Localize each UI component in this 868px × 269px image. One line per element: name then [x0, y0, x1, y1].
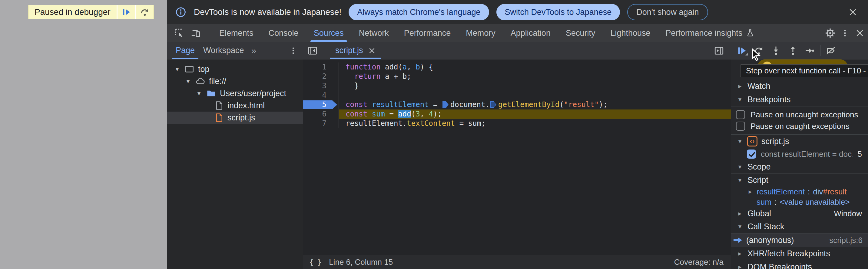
cloud-icon: [195, 76, 205, 86]
deactivate-breakpoints-icon: [826, 46, 836, 56]
expand-triangle[interactable]: ▾: [174, 65, 181, 73]
global-scope-value: Window: [834, 209, 862, 218]
always-match-language-button[interactable]: Always match Chrome's language: [349, 4, 489, 20]
close-devtools-button[interactable]: [851, 24, 868, 42]
navigator-tab-bar: Page Workspace »: [167, 42, 303, 59]
step-out-button[interactable]: [784, 42, 801, 59]
breakpoint-file-group[interactable]: ▾ ‹› script.js: [731, 135, 868, 148]
step-button[interactable]: [801, 42, 818, 59]
collapse-debugger-button[interactable]: [710, 42, 728, 59]
dont-show-again-button[interactable]: Don't show again: [627, 4, 708, 20]
gutter-line-number[interactable]: 1: [303, 62, 339, 72]
breakpoint-gutter[interactable]: 5: [303, 100, 339, 109]
tree-item-script-js[interactable]: script.js: [167, 112, 303, 124]
kebab-menu-icon: [289, 46, 298, 55]
resume-icon: [737, 46, 747, 56]
collapse-navigator-button[interactable]: [303, 46, 322, 56]
inline-breakpoint-marker-icon[interactable]: [442, 101, 448, 108]
tabbar-spacer: [762, 24, 814, 42]
breakpoint-entry[interactable]: const resultElement = doc… 5: [731, 148, 868, 160]
section-breakpoints[interactable]: ▾ Breakpoints: [731, 93, 868, 106]
gutter-line-number[interactable]: 6: [303, 109, 339, 119]
tree-item-file-protocol[interactable]: ▾ file://: [167, 75, 303, 87]
section-watch[interactable]: ▸ Watch: [731, 79, 868, 93]
navigator-more-options-button[interactable]: [289, 46, 298, 55]
scope-var-resultelement[interactable]: ▸ resultElement: div#result: [731, 187, 868, 197]
tab-performance-insights[interactable]: Performance insights: [658, 24, 762, 42]
more-tabs-chevrons[interactable]: »: [251, 46, 256, 56]
resume-script-execution-button[interactable]: [734, 42, 750, 59]
close-icon: [855, 28, 865, 38]
section-scope[interactable]: ▾ Scope: [731, 160, 868, 173]
infobar-close-button[interactable]: [848, 7, 858, 17]
tab-page[interactable]: Page: [172, 42, 199, 59]
code-text[interactable]: function add(a, b) {: [339, 62, 731, 72]
step-into-icon: [771, 46, 781, 56]
coverage-status[interactable]: Coverage: n/a: [674, 258, 723, 267]
step-over-icon: [140, 7, 150, 17]
resume-script-button[interactable]: [118, 5, 135, 19]
gear-icon: [825, 28, 836, 38]
gutter-line-number[interactable]: 3: [303, 81, 339, 91]
switch-to-japanese-button[interactable]: Switch DevTools to Japanese: [496, 4, 620, 20]
close-tab-icon[interactable]: [368, 47, 376, 55]
gutter-line-number[interactable]: 7: [303, 119, 339, 128]
settings-button[interactable]: [822, 24, 838, 42]
gutter-line-number[interactable]: 2: [303, 72, 339, 81]
kebab-menu-icon: [840, 28, 849, 37]
code-editor: script.js 1function add(a, b) {2 return …: [303, 42, 731, 269]
tab-application[interactable]: Application: [503, 24, 558, 42]
tree-item-project-folder[interactable]: ▾ Users/user/project: [167, 87, 303, 100]
paused-in-debugger-banner: Paused in debugger: [28, 5, 154, 19]
code-line: 6const sum = add(3, 4);: [303, 109, 731, 119]
tab-elements[interactable]: Elements: [212, 24, 261, 42]
mouse-cursor: [749, 48, 763, 62]
pause-caught-checkbox[interactable]: [736, 122, 745, 131]
tab-security[interactable]: Security: [558, 24, 603, 42]
section-dom-breakpoints[interactable]: ▸ DOM Breakpoints: [731, 260, 868, 269]
tab-workspace[interactable]: Workspace: [199, 42, 248, 59]
tree-item-top[interactable]: ▾ top: [167, 63, 303, 75]
section-xhr-breakpoints[interactable]: ▸ XHR/fetch Breakpoints: [731, 247, 868, 260]
code-text[interactable]: }: [339, 81, 731, 91]
tab-console[interactable]: Console: [261, 24, 306, 42]
tab-network[interactable]: Network: [351, 24, 397, 42]
pause-uncaught-checkbox[interactable]: [736, 110, 745, 119]
section-call-stack[interactable]: ▾ Call Stack: [731, 220, 868, 233]
code-text[interactable]: const resultElement = document.getElemen…: [339, 100, 731, 109]
expand-triangle[interactable]: ▾: [196, 90, 202, 97]
code-text[interactable]: const sum = add(3, 4);: [339, 109, 731, 119]
toggle-device-toolbar-button[interactable]: [188, 24, 204, 42]
screenshot-root: Paused in debugger: [0, 0, 868, 269]
scope-global-group[interactable]: ▸ Global Window: [731, 207, 868, 220]
cursor-position-label: Line 6, Column 15: [329, 258, 393, 267]
scope-script-group[interactable]: ▾ Script: [731, 174, 868, 187]
code-text[interactable]: [339, 91, 731, 100]
step-into-button[interactable]: [768, 42, 784, 59]
tab-sources[interactable]: Sources: [306, 24, 351, 42]
pretty-print-button[interactable]: { }: [309, 258, 321, 267]
collapse-triangle: ▾: [737, 223, 743, 230]
tab-lighthouse[interactable]: Lighthouse: [603, 24, 658, 42]
collapse-triangle: ▾: [737, 163, 743, 170]
gutter-line-number[interactable]: 4: [303, 91, 339, 100]
deactivate-breakpoints-button[interactable]: [822, 42, 839, 59]
tab-performance[interactable]: Performance: [397, 24, 459, 42]
step-out-icon: [788, 46, 798, 56]
tree-item-index-html[interactable]: index.html: [167, 100, 303, 112]
call-stack-frame[interactable]: (anonymous) script.js:6: [731, 234, 868, 247]
tab-memory[interactable]: Memory: [458, 24, 503, 42]
more-options-button[interactable]: [838, 24, 851, 42]
step-over-button-banner[interactable]: [136, 5, 154, 19]
editor-tab-script-js[interactable]: script.js: [328, 42, 384, 59]
inspect-cursor-icon: [175, 28, 185, 38]
file-icon: [215, 101, 223, 110]
scope-var-sum[interactable]: sum: <value unavailable>: [731, 197, 868, 207]
expand-triangle[interactable]: ▾: [185, 78, 191, 85]
code-text[interactable]: return a + b;: [339, 72, 731, 81]
inline-breakpoint-marker-icon[interactable]: [490, 101, 496, 108]
infobar-message: DevTools is now available in Japanese!: [194, 7, 341, 17]
breakpoint-enabled-checkbox[interactable]: [747, 150, 756, 159]
inspect-element-button[interactable]: [172, 24, 188, 42]
code-text[interactable]: resultElement.textContent = sum;: [339, 119, 731, 128]
